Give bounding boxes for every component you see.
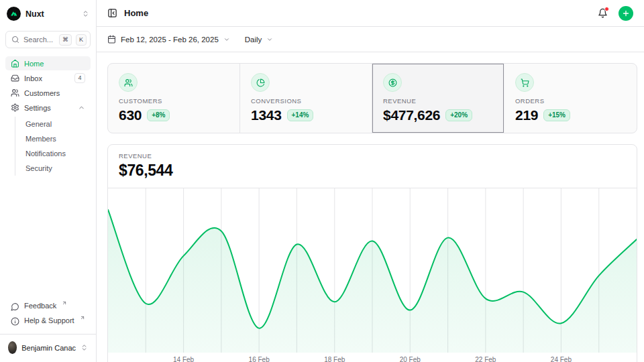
sidebar-toggle-button[interactable] (107, 8, 117, 18)
plus-icon (622, 9, 630, 17)
panel-left-close-icon (107, 8, 117, 18)
stat-label: CUSTOMERS (119, 97, 229, 105)
revenue-chart-card: REVENUE $76,544 14 Feb16 Feb18 Feb20 Feb… (107, 144, 637, 362)
help-support-label: Help & Support (24, 316, 74, 324)
stat-label: REVENUE (383, 97, 493, 105)
sidebar-item-label: Inbox (24, 74, 42, 82)
x-axis-tick-label: 18 Feb (324, 356, 345, 362)
sidebar-item-label: Customers (24, 89, 60, 97)
add-button[interactable] (619, 6, 633, 21)
x-axis-tick-label: 20 Feb (400, 356, 421, 362)
kbd-meta: ⌘ (59, 34, 72, 46)
home-icon (11, 59, 19, 68)
sidebar-item-members[interactable]: Members (15, 131, 91, 146)
calendar-icon (107, 35, 116, 44)
chart-canvas (108, 188, 637, 353)
chart-header: REVENUE $76,544 (108, 145, 637, 188)
stat-value: 219 (515, 107, 538, 123)
notification-dot (604, 7, 609, 11)
search-input[interactable]: Search... ⌘ K (5, 31, 91, 48)
message-circle-icon (11, 302, 19, 311)
sidebar-item-inbox[interactable]: Inbox 4 (5, 71, 91, 85)
help-support-link[interactable]: Help & Support (5, 314, 91, 328)
user-name: Benjamin Canac (21, 344, 76, 352)
sidebar-footer: Feedback Help & Support Benjamin Canac (5, 299, 91, 357)
chart-x-axis: 14 Feb16 Feb18 Feb20 Feb22 Feb24 Feb (108, 353, 637, 362)
workspace-name: Nuxt (25, 9, 44, 19)
x-axis-tick-label: 16 Feb (249, 356, 270, 362)
chart-metric-value: $76,544 (119, 162, 626, 180)
stat-delta-badge: +15% (543, 109, 570, 121)
stat-card-revenue[interactable]: REVENUE $477,626 +20% (372, 64, 504, 133)
external-link-icon (62, 300, 67, 306)
sidebar-item-settings[interactable]: Settings (5, 101, 91, 115)
stat-delta-badge: +20% (445, 109, 472, 121)
sidebar-item-security[interactable]: Security (15, 161, 91, 176)
x-axis-tick-label: 22 Feb (475, 356, 496, 362)
feedback-link[interactable]: Feedback (5, 299, 91, 314)
x-axis-tick-label: 14 Feb (173, 356, 194, 362)
stat-label: CONVERSIONS (251, 97, 361, 105)
search-icon (11, 36, 19, 44)
chevrons-up-down-icon (80, 344, 88, 351)
inbox-count-badge: 4 (74, 73, 85, 83)
dashboard-content: CUSTOMERS 630 +8% CONVERSIONS 1343 +14% (97, 52, 644, 362)
feedback-label: Feedback (24, 302, 56, 310)
stats-row: CUSTOMERS 630 +8% CONVERSIONS 1343 +14% (107, 63, 637, 133)
users-icon (119, 73, 138, 92)
granularity-select[interactable]: Daily (245, 36, 274, 44)
nuxt-logo-icon (7, 7, 21, 21)
main-panel: Home Feb 12, 2025 - Feb 26, 2025 (97, 0, 644, 362)
sidebar-item-general[interactable]: General (15, 117, 91, 131)
sidebar: Nuxt Search... ⌘ K Home Inbox 4 (0, 0, 97, 362)
gear-icon (11, 103, 19, 112)
stat-value: 630 (119, 107, 142, 123)
chart-metric-label: REVENUE (119, 152, 626, 160)
inbox-icon (11, 74, 19, 82)
chevron-down-icon (223, 36, 230, 43)
stat-card-orders[interactable]: ORDERS 219 +15% (504, 64, 637, 133)
chevrons-up-down-icon (82, 10, 89, 17)
stat-card-customers[interactable]: CUSTOMERS 630 +8% (108, 64, 240, 133)
external-link-icon (80, 315, 85, 320)
chevron-up-icon (78, 104, 85, 111)
circle-dollar-icon (383, 73, 402, 92)
stat-label: ORDERS (515, 97, 626, 105)
stat-delta-badge: +14% (287, 109, 314, 121)
settings-submenu: General Members Notifications Security (15, 117, 91, 176)
notifications-button[interactable] (598, 8, 608, 18)
users-icon (11, 88, 19, 97)
shopping-cart-icon (515, 73, 534, 92)
chevron-down-icon (266, 36, 273, 43)
stat-value: $477,626 (383, 107, 440, 123)
workspace-switcher[interactable]: Nuxt (5, 7, 91, 21)
sidebar-nav: Home Inbox 4 Customers Settings Genera (5, 56, 91, 177)
date-range-value: Feb 12, 2025 - Feb 26, 2025 (121, 36, 219, 44)
sidebar-item-home[interactable]: Home (5, 56, 91, 70)
revenue-area-chart[interactable] (108, 188, 637, 353)
sidebar-item-label: Home (24, 60, 44, 68)
x-axis-tick-label: 24 Feb (551, 356, 572, 362)
kbd-k: K (76, 34, 87, 46)
sidebar-item-label: Settings (24, 104, 51, 112)
chart-pie-icon (251, 73, 270, 92)
filters-toolbar: Feb 12, 2025 - Feb 26, 2025 Daily (97, 27, 644, 52)
stat-value: 1343 (251, 107, 282, 123)
sidebar-item-customers[interactable]: Customers (5, 86, 91, 100)
stat-card-conversions[interactable]: CONVERSIONS 1343 +14% (240, 64, 372, 133)
date-range-picker[interactable]: Feb 12, 2025 - Feb 26, 2025 (107, 35, 230, 44)
stat-delta-badge: +8% (147, 109, 170, 121)
user-menu[interactable]: Benjamin Canac (5, 335, 91, 357)
page-title: Home (124, 8, 148, 18)
avatar (8, 341, 17, 354)
page-header: Home (97, 0, 644, 27)
granularity-value: Daily (245, 36, 262, 44)
search-placeholder: Search... (23, 36, 55, 44)
sidebar-item-notifications[interactable]: Notifications (15, 146, 91, 161)
info-circle-icon (11, 317, 19, 326)
